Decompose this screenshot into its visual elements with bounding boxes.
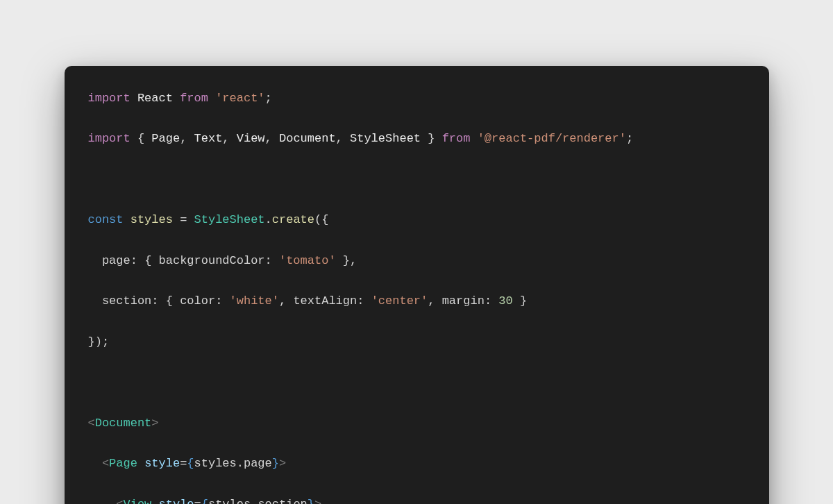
tok-view: View xyxy=(237,132,265,145)
tok-const: const xyxy=(88,213,124,226)
tok-center: 'center' xyxy=(371,294,428,308)
tok-comma: , xyxy=(428,294,435,308)
tok-colon: : xyxy=(215,294,222,308)
tok-doc-tag: Document xyxy=(95,417,152,430)
tok-eq: = xyxy=(194,498,201,504)
tok-color: color xyxy=(180,294,215,308)
code-line: <View style={styles.section}> xyxy=(88,494,746,504)
tok-jsx-rbrace: } xyxy=(272,457,279,470)
code-line: }); xyxy=(88,332,746,352)
tok-str: '@react-pdf/renderer' xyxy=(478,132,626,145)
tok-comma: , xyxy=(279,294,286,308)
tok-rbrace: } xyxy=(428,132,435,145)
tok-dot: . xyxy=(237,457,244,470)
tok-white: 'white' xyxy=(230,294,279,308)
tok-lbrace: { xyxy=(144,254,151,267)
tok-from: from xyxy=(442,132,471,145)
tok-page-tag: Page xyxy=(109,457,137,470)
code-line: import { Page, Text, View, Document, Sty… xyxy=(88,128,746,149)
tok-lt: < xyxy=(116,498,123,504)
tok-colon: : xyxy=(131,254,137,267)
tok-create: create xyxy=(272,213,314,226)
tok-comma: , xyxy=(180,132,187,145)
tok-import: import xyxy=(88,92,131,105)
tok-lbrace: { xyxy=(137,132,144,145)
tok-text: Text xyxy=(194,132,223,145)
tok-stylesheet: StyleSheet xyxy=(194,213,265,226)
tok-comma: , xyxy=(350,254,357,267)
code-line: const styles = StyleSheet.create({ xyxy=(88,210,746,230)
tok-close: }); xyxy=(88,335,110,348)
tok-lt: < xyxy=(102,457,109,470)
code-line: <Document> xyxy=(88,413,746,433)
code-line xyxy=(88,372,746,392)
tok-style-attr: style xyxy=(159,498,194,504)
code-block: import React from 'react'; import { Page… xyxy=(88,88,746,504)
tok-view-tag: View xyxy=(124,498,152,504)
tok-page: Page xyxy=(151,132,180,145)
tok-lbrace: { xyxy=(166,294,173,308)
tok-colon: : xyxy=(485,294,491,308)
tok-styles: styles xyxy=(131,213,173,226)
tok-tomato: 'tomato' xyxy=(279,254,336,267)
tok-margin: margin xyxy=(442,294,485,308)
tok-comma: , xyxy=(265,132,272,145)
tok-gt: > xyxy=(151,417,158,430)
tok-style-attr: style xyxy=(144,457,180,470)
tok-jsx-rbrace: } xyxy=(308,498,314,504)
tok-indent xyxy=(88,294,102,308)
tok-import: import xyxy=(88,132,131,145)
tok-gt: > xyxy=(279,457,286,470)
tok-jsx-lbrace: { xyxy=(201,498,208,504)
tok-dot: . xyxy=(251,498,258,504)
tok-indent xyxy=(88,498,117,504)
tok-react: React xyxy=(137,92,173,105)
tok-comma: , xyxy=(222,132,229,145)
tok-eq: = xyxy=(180,457,187,470)
tok-indent xyxy=(88,457,102,470)
code-editor-window: import React from 'react'; import { Page… xyxy=(65,66,769,504)
tok-from: from xyxy=(180,92,208,105)
tok-pageprop: page xyxy=(244,457,272,470)
tok-rbrace: } xyxy=(343,254,350,267)
tok-lt: < xyxy=(88,417,95,430)
tok-gt: > xyxy=(314,498,321,504)
tok-comma: , xyxy=(336,132,343,145)
tok-30: 30 xyxy=(498,294,512,308)
tok-dot: . xyxy=(265,213,272,226)
tok-sectionprop: section xyxy=(102,294,151,308)
code-line: <Page style={styles.page}> xyxy=(88,453,746,473)
tok-semi: ; xyxy=(265,92,272,105)
tok-eq: = xyxy=(180,213,187,226)
code-line xyxy=(88,169,746,190)
tok-colon: : xyxy=(357,294,364,308)
tok-colon: : xyxy=(265,254,272,267)
tok-jsx-lbrace: { xyxy=(187,457,194,470)
code-line: import React from 'react'; xyxy=(88,88,746,108)
tok-open: ({ xyxy=(314,213,328,226)
tok-sp xyxy=(137,457,144,470)
tok-bg: backgroundColor xyxy=(159,254,265,267)
tok-indent xyxy=(88,254,102,267)
tok-str: 'react' xyxy=(215,92,264,105)
tok-colon: : xyxy=(151,294,158,308)
tok-doc: Document xyxy=(279,132,336,145)
code-line: page: { backgroundColor: 'tomato' }, xyxy=(88,251,746,271)
tok-sectionprop: section xyxy=(258,498,307,504)
tok-pageprop: page xyxy=(102,254,131,267)
tok-semi: ; xyxy=(626,132,633,145)
tok-textalign: textAlign xyxy=(293,294,357,308)
code-line: section: { color: 'white', textAlign: 'c… xyxy=(88,291,746,311)
tok-rbrace: } xyxy=(520,294,527,308)
tok-styles-ref: styles xyxy=(194,457,237,470)
tok-sp xyxy=(151,498,158,504)
tok-styles-ref: styles xyxy=(208,498,251,504)
tok-stylesheet: StyleSheet xyxy=(350,132,421,145)
